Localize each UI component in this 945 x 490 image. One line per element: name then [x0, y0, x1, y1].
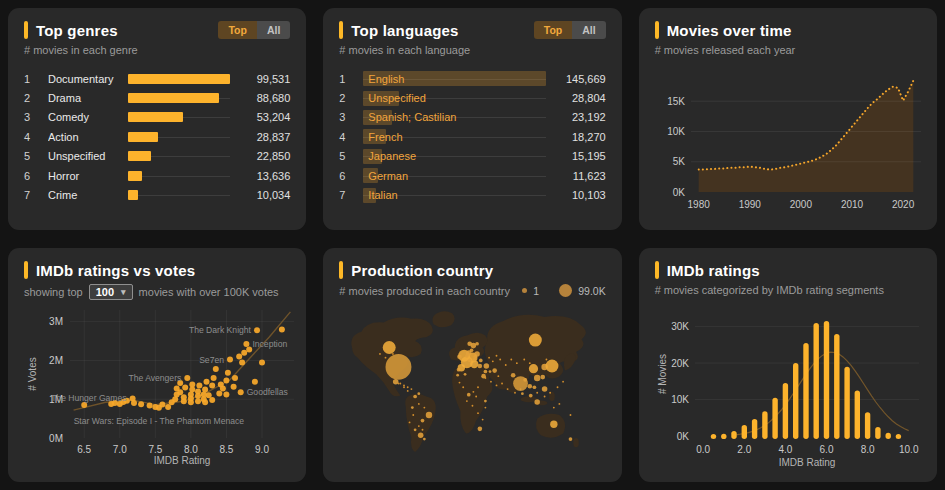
genre-bar[interactable] — [128, 74, 230, 84]
scatter-point[interactable] — [231, 384, 237, 390]
country-bubble[interactable] — [535, 399, 541, 405]
toggle-top-button[interactable]: Top — [534, 21, 572, 39]
scatter-point[interactable] — [189, 382, 195, 388]
top-n-dropdown[interactable]: 100▾ — [89, 284, 133, 300]
histogram-bar[interactable] — [731, 431, 736, 439]
scatter-point[interactable] — [188, 392, 194, 398]
tick-label: 8.0 — [184, 444, 198, 455]
scatter-point[interactable] — [241, 350, 247, 356]
histogram-bar[interactable] — [762, 411, 767, 439]
scatter-point[interactable] — [220, 385, 226, 391]
scatter-point[interactable] — [223, 378, 229, 384]
scatter-point[interactable] — [204, 379, 210, 385]
scatter-point[interactable] — [252, 379, 258, 385]
histogram-bar[interactable] — [854, 390, 859, 439]
country-bubble[interactable] — [386, 354, 412, 380]
histogram-bar[interactable] — [844, 367, 849, 439]
scatter-point[interactable] — [138, 401, 144, 407]
histogram-bar[interactable] — [782, 383, 787, 439]
scatter-point[interactable] — [254, 327, 260, 333]
country-dot — [544, 396, 546, 398]
country-bubble[interactable] — [426, 412, 432, 418]
country-bubble — [493, 368, 498, 373]
histogram-bar[interactable] — [895, 434, 900, 439]
toggle-all-button[interactable]: All — [257, 21, 290, 39]
genre-label: Unspecified — [48, 150, 128, 162]
genre-bar[interactable] — [128, 132, 158, 142]
scatter-point[interactable] — [147, 402, 153, 408]
country-bubble[interactable] — [534, 375, 540, 381]
country-bubble[interactable] — [484, 363, 490, 369]
country-bubble[interactable] — [393, 379, 399, 385]
bar-track — [128, 168, 230, 183]
histogram-bar[interactable] — [752, 419, 757, 439]
panel-title-ratings-vs-votes: IMDb ratings vs votes — [36, 262, 195, 279]
scatter-point[interactable] — [196, 383, 202, 389]
panel-subtitle: # movies in each genre — [24, 44, 290, 56]
country-bubble — [528, 384, 533, 389]
language-label: Unspecified — [363, 92, 425, 104]
scatter-point[interactable] — [159, 402, 165, 408]
histogram-bar[interactable] — [793, 363, 798, 439]
scatter-point[interactable] — [211, 375, 217, 381]
scatter-point[interactable] — [246, 347, 252, 353]
scatter-point[interactable] — [209, 397, 215, 403]
scatter-point[interactable] — [243, 341, 249, 347]
country-bubble[interactable] — [383, 341, 396, 354]
scatter-point[interactable] — [165, 404, 171, 410]
country-bubble[interactable] — [529, 334, 542, 347]
panel-subtitle: # movies in each language — [339, 44, 605, 56]
toggle-all-button[interactable]: All — [572, 21, 605, 39]
country-bubble[interactable] — [546, 359, 559, 372]
country-bubble[interactable] — [418, 433, 424, 439]
histogram-bar[interactable] — [885, 433, 890, 439]
histogram-bar[interactable] — [875, 427, 880, 439]
scatter-point[interactable] — [202, 387, 208, 393]
genre-bar[interactable] — [128, 190, 138, 200]
genre-bar[interactable] — [128, 171, 142, 181]
scatter-point[interactable] — [238, 389, 244, 395]
histogram-bar[interactable] — [834, 334, 839, 439]
scatter-point[interactable] — [182, 385, 188, 391]
scatter-point[interactable] — [195, 389, 201, 395]
histogram-bar[interactable] — [813, 323, 818, 439]
rank-number: 3 — [24, 111, 48, 123]
country-bubble[interactable] — [542, 386, 548, 392]
histogram-bar[interactable] — [721, 434, 726, 439]
genre-bar[interactable] — [128, 112, 183, 122]
histogram-bar[interactable] — [823, 321, 828, 439]
scatter-point[interactable] — [177, 389, 183, 395]
genre-bar[interactable] — [128, 151, 151, 161]
scatter-point[interactable] — [225, 370, 231, 376]
legend-max-dot-icon — [559, 284, 572, 297]
scatter-point[interactable] — [239, 359, 245, 365]
histogram-bar[interactable] — [865, 412, 870, 439]
scatter-point[interactable] — [181, 394, 187, 400]
scatter-point[interactable] — [131, 400, 137, 406]
scatter-point[interactable] — [195, 398, 201, 404]
tick-label: 6.5 — [77, 444, 91, 455]
scatter-point[interactable] — [202, 399, 208, 405]
scatter-point[interactable] — [279, 326, 285, 332]
histogram-bar[interactable] — [772, 398, 777, 439]
histogram-bar[interactable] — [710, 434, 715, 439]
scatter-point[interactable] — [227, 357, 233, 363]
histogram-bar[interactable] — [803, 343, 808, 439]
country-bubble — [476, 342, 480, 346]
rank-row: 2Drama88,680 — [24, 88, 290, 107]
country-bubble[interactable] — [550, 421, 557, 428]
scatter-point[interactable] — [184, 375, 190, 381]
rank-row: 3Spanish; Castilian23,192 — [339, 108, 605, 127]
country-bubble — [484, 370, 488, 374]
scatter-point[interactable] — [223, 392, 229, 398]
country-bubble[interactable] — [529, 364, 538, 373]
scatter-point[interactable] — [259, 359, 265, 365]
scatter-point[interactable] — [213, 366, 219, 372]
toggle-top-button[interactable]: Top — [218, 21, 256, 39]
scatter-point[interactable] — [232, 375, 238, 381]
scatter-point[interactable] — [216, 390, 222, 396]
genre-bar[interactable] — [128, 93, 219, 103]
histogram-bar[interactable] — [741, 425, 746, 439]
scatter-point[interactable] — [209, 383, 215, 389]
scatter-point[interactable] — [236, 354, 242, 360]
